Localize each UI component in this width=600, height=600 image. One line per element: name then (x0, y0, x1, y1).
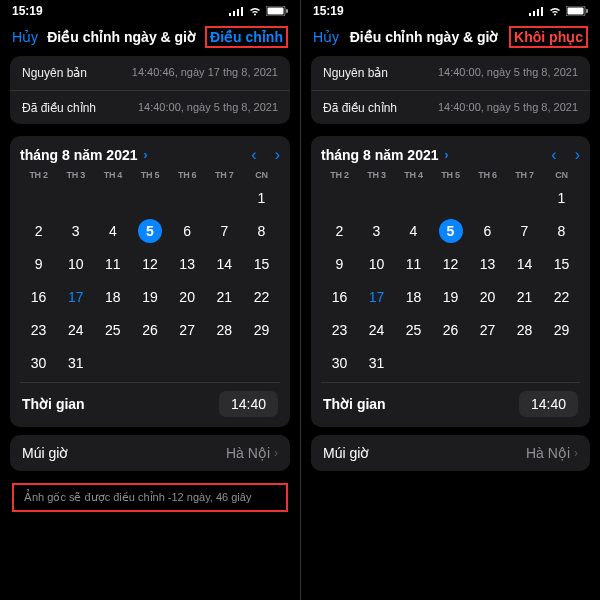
calendar-day[interactable]: 2 (321, 216, 358, 246)
calendar-day[interactable]: 14 (506, 249, 543, 279)
calendar-day[interactable]: 4 (395, 216, 432, 246)
calendar-day[interactable]: 16 (321, 282, 358, 312)
content: Nguyên bản 14:40:00, ngày 5 thg 8, 2021 … (301, 56, 600, 600)
calendar-day[interactable]: 20 (169, 282, 206, 312)
calendar-card: tháng 8 năm 2021 › ‹ › TH 2TH 3TH 4TH 5T… (10, 136, 290, 427)
calendar-day[interactable]: 28 (506, 315, 543, 345)
calendar-day[interactable]: 8 (543, 216, 580, 246)
calendar-header: tháng 8 năm 2021 › ‹ › (20, 146, 280, 164)
cancel-button[interactable]: Hủy (313, 29, 339, 45)
calendar-day[interactable]: 27 (169, 315, 206, 345)
calendar-day[interactable]: 9 (321, 249, 358, 279)
calendar-day[interactable]: 21 (206, 282, 243, 312)
dow-label: TH 2 (321, 170, 358, 180)
calendar-day[interactable]: 12 (131, 249, 168, 279)
cancel-button[interactable]: Hủy (12, 29, 38, 45)
calendar-day[interactable]: 10 (57, 249, 94, 279)
month-selector[interactable]: tháng 8 năm 2021 › (321, 147, 449, 163)
calendar-day[interactable]: 14 (206, 249, 243, 279)
calendar-day[interactable]: 1 (543, 183, 580, 213)
status-indicators (229, 6, 288, 16)
calendar-day[interactable]: 5 (131, 216, 168, 246)
calendar-day[interactable]: 5 (432, 216, 469, 246)
calendar-day[interactable]: 27 (469, 315, 506, 345)
dow-label: TH 6 (469, 170, 506, 180)
screen-left: 15:19 Hủy Điều chỉnh ngày & giờ Điều chỉ… (0, 0, 300, 600)
calendar-cell-empty (206, 183, 243, 213)
calendar-day[interactable]: 7 (206, 216, 243, 246)
calendar-day[interactable]: 11 (94, 249, 131, 279)
calendar-day[interactable]: 13 (169, 249, 206, 279)
calendar-day[interactable]: 29 (243, 315, 280, 345)
calendar-day[interactable]: 17 (358, 282, 395, 312)
calendar-day[interactable]: 4 (94, 216, 131, 246)
calendar-day[interactable]: 6 (169, 216, 206, 246)
calendar-day[interactable]: 24 (57, 315, 94, 345)
calendar-day[interactable]: 28 (206, 315, 243, 345)
calendar-day[interactable]: 22 (543, 282, 580, 312)
restore-button[interactable]: Khôi phục (509, 26, 588, 48)
calendar-day[interactable]: 13 (469, 249, 506, 279)
svg-rect-13 (586, 9, 588, 13)
dow-label: TH 6 (169, 170, 206, 180)
month-nav: ‹ › (251, 146, 280, 164)
calendar-day[interactable]: 24 (358, 315, 395, 345)
calendar-day[interactable]: 11 (395, 249, 432, 279)
calendar-day[interactable]: 19 (432, 282, 469, 312)
timezone-row[interactable]: Múi giờ Hà Nội › (10, 435, 290, 471)
adjust-button[interactable]: Điều chỉnh (205, 26, 288, 48)
calendar-day[interactable]: 9 (20, 249, 57, 279)
calendar-day[interactable]: 6 (469, 216, 506, 246)
calendar-day[interactable]: 20 (469, 282, 506, 312)
calendar-day[interactable]: 7 (506, 216, 543, 246)
calendar-day[interactable]: 30 (20, 348, 57, 378)
time-label: Thời gian (22, 396, 85, 412)
calendar-day[interactable]: 21 (506, 282, 543, 312)
calendar-day[interactable]: 30 (321, 348, 358, 378)
timezone-row[interactable]: Múi giờ Hà Nội › (311, 435, 590, 471)
calendar-day[interactable]: 25 (94, 315, 131, 345)
calendar-day[interactable]: 22 (243, 282, 280, 312)
calendar-day[interactable]: 16 (20, 282, 57, 312)
next-month-button[interactable]: › (275, 146, 280, 164)
svg-rect-6 (286, 9, 288, 13)
calendar-day[interactable]: 26 (131, 315, 168, 345)
chevron-right-icon: › (574, 446, 578, 460)
calendar-day[interactable]: 3 (57, 216, 94, 246)
calendar-day[interactable]: 26 (432, 315, 469, 345)
calendar-day[interactable]: 23 (321, 315, 358, 345)
adjusted-value: 14:40:00, ngày 5 thg 8, 2021 (138, 101, 278, 115)
calendar-day[interactable]: 3 (358, 216, 395, 246)
calendar-cell-empty (57, 183, 94, 213)
calendar-day[interactable]: 8 (243, 216, 280, 246)
dow-label: TH 3 (57, 170, 94, 180)
calendar-day[interactable]: 2 (20, 216, 57, 246)
calendar-day[interactable]: 1 (243, 183, 280, 213)
nav-bar: Hủy Điều chỉnh ngày & giờ Khôi phục (301, 20, 600, 56)
calendar-day[interactable]: 15 (543, 249, 580, 279)
timezone-label: Múi giờ (22, 445, 68, 461)
calendar-day[interactable]: 10 (358, 249, 395, 279)
prev-month-button[interactable]: ‹ (551, 146, 556, 164)
time-picker[interactable]: 14:40 (519, 391, 578, 417)
calendar-day[interactable]: 12 (432, 249, 469, 279)
time-picker[interactable]: 14:40 (219, 391, 278, 417)
original-value: 14:40:46, ngày 17 thg 8, 2021 (132, 66, 278, 80)
calendar-day[interactable]: 17 (57, 282, 94, 312)
calendar-day[interactable]: 19 (131, 282, 168, 312)
calendar-day[interactable]: 29 (543, 315, 580, 345)
calendar-day[interactable]: 23 (20, 315, 57, 345)
calendar-day[interactable]: 25 (395, 315, 432, 345)
next-month-button[interactable]: › (575, 146, 580, 164)
adjusted-label: Đã điều chỉnh (22, 101, 96, 115)
prev-month-button[interactable]: ‹ (251, 146, 256, 164)
calendar-cell-empty (469, 183, 506, 213)
month-selector[interactable]: tháng 8 năm 2021 › (20, 147, 148, 163)
calendar-day[interactable]: 18 (94, 282, 131, 312)
calendar-day[interactable]: 31 (358, 348, 395, 378)
calendar-day[interactable]: 18 (395, 282, 432, 312)
calendar-day[interactable]: 15 (243, 249, 280, 279)
timezone-card: Múi giờ Hà Nội › (10, 435, 290, 471)
calendar-day[interactable]: 31 (57, 348, 94, 378)
nav-title: Điều chỉnh ngày & giờ (47, 29, 196, 45)
